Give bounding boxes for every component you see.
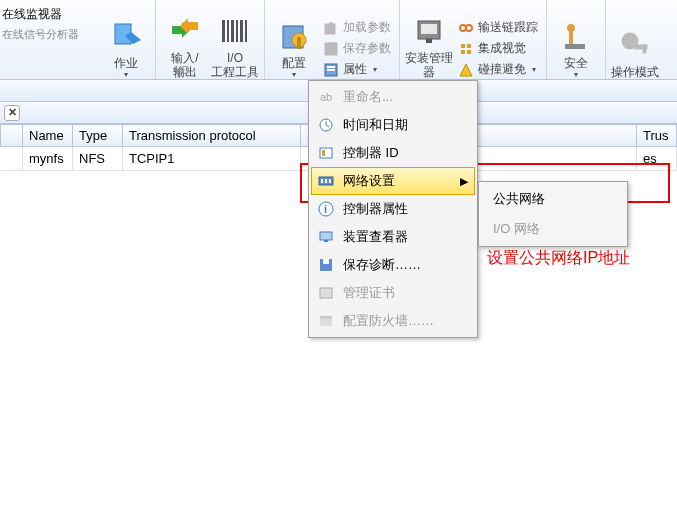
- menu-mgmt-cert[interactable]: 管理证书: [311, 279, 475, 307]
- op-mode-label: 操作模式: [611, 65, 659, 79]
- submenu-io-network[interactable]: I/O 网络: [481, 214, 625, 244]
- int-vision-button[interactable]: 集成视觉: [454, 39, 542, 58]
- save-params-button[interactable]: 保存参数: [319, 39, 395, 58]
- svg-rect-5: [227, 20, 229, 42]
- load-params-button[interactable]: 加载参数: [319, 18, 395, 37]
- save-icon: [323, 41, 339, 57]
- svg-rect-26: [467, 44, 471, 48]
- io-tools-button[interactable]: I/O 工程工具: [210, 9, 260, 79]
- svg-rect-35: [643, 45, 646, 53]
- rename-icon: ab: [317, 88, 335, 106]
- collision-icon: [458, 62, 474, 78]
- svg-rect-8: [240, 20, 243, 42]
- menu-datetime[interactable]: 时间和日期: [311, 111, 475, 139]
- ribbon-groups: 作业 ▾ 输入/ 输出 I/O 工程工具 I/O: [97, 0, 664, 79]
- load-icon: [323, 20, 339, 36]
- job-icon: [111, 20, 141, 54]
- svg-rect-21: [421, 24, 437, 34]
- io-group-footer: I/O: [175, 64, 190, 76]
- install-icon: [414, 15, 444, 49]
- svg-rect-32: [565, 44, 585, 49]
- svg-rect-38: [320, 148, 332, 158]
- vision-icon: [458, 41, 474, 57]
- security-label: 安全: [564, 56, 588, 70]
- svg-rect-52: [320, 316, 332, 319]
- info-icon: i: [317, 200, 335, 218]
- svg-rect-49: [323, 259, 329, 264]
- job-button[interactable]: 作业 ▾: [101, 14, 151, 79]
- config-icon: [279, 20, 309, 54]
- ribbon: 在线监视器 在线信号分析器 作业 ▾ 输入/ 输出: [0, 0, 677, 80]
- col-proto[interactable]: Transmission protocol: [123, 125, 301, 147]
- install-mgr-label: 安装管理器: [404, 51, 454, 79]
- svg-text:i: i: [324, 203, 327, 215]
- context-menu: ab 重命名... 时间和日期 控制器 ID 网络设置 ▶ i 控制器属性 装置…: [308, 80, 478, 338]
- svg-rect-18: [327, 66, 335, 68]
- link-trace-button[interactable]: 输送链跟踪: [454, 18, 542, 37]
- network-icon: [317, 172, 335, 190]
- svg-rect-6: [231, 20, 234, 42]
- col-name[interactable]: Name: [23, 125, 73, 147]
- barcode-icon: [220, 15, 250, 49]
- cell-name: mynfs: [23, 147, 73, 171]
- svg-rect-28: [467, 50, 471, 54]
- menu-rename[interactable]: ab 重命名...: [311, 83, 475, 111]
- cell-type: NFS: [73, 147, 123, 171]
- svg-rect-39: [322, 150, 325, 156]
- coll-avoid-button[interactable]: 碰撞避免 ▾: [454, 60, 542, 79]
- config-label: 配置: [282, 56, 306, 70]
- svg-rect-42: [325, 179, 327, 183]
- clock-icon: [317, 116, 335, 134]
- security-button[interactable]: 安全 ▾: [551, 14, 601, 79]
- props-label: 属性: [343, 61, 367, 78]
- job-label: 作业: [114, 56, 138, 70]
- svg-rect-7: [236, 20, 238, 42]
- annotation-text: 设置公共网络IP地址: [487, 248, 630, 269]
- svg-rect-47: [324, 240, 328, 242]
- id-icon: [317, 144, 335, 162]
- save-diag-icon: [317, 256, 335, 274]
- int-vision-label: 集成视觉: [478, 40, 526, 57]
- col-star[interactable]: [1, 125, 23, 147]
- svg-rect-4: [222, 20, 225, 42]
- menu-network-settings[interactable]: 网络设置 ▶: [311, 167, 475, 195]
- svg-text:ab: ab: [320, 91, 332, 103]
- coll-avoid-label: 碰撞避免: [478, 61, 526, 78]
- menu-ctrl-attr[interactable]: i 控制器属性: [311, 195, 475, 223]
- device-icon: [317, 228, 335, 246]
- cell-proto: TCPIP1: [123, 147, 301, 171]
- tab-close-button[interactable]: ✕: [4, 105, 20, 121]
- menu-save-diag[interactable]: 保存诊断……: [311, 251, 475, 279]
- io-arrows-icon: [170, 15, 200, 49]
- svg-rect-27: [461, 50, 465, 54]
- svg-rect-31: [569, 30, 573, 44]
- op-mode-button[interactable]: 操作模式: [610, 23, 660, 79]
- submenu-arrow-icon: ▶: [460, 175, 468, 188]
- left-pane-sub[interactable]: 在线信号分析器: [2, 25, 95, 44]
- svg-rect-16: [328, 43, 334, 48]
- key-icon: [620, 29, 650, 63]
- link-icon: [458, 20, 474, 36]
- svg-rect-46: [320, 232, 332, 240]
- left-pane: 在线监视器 在线信号分析器: [0, 0, 97, 79]
- col-trust[interactable]: Trus: [637, 125, 677, 147]
- svg-marker-29: [460, 64, 472, 76]
- svg-rect-43: [329, 179, 331, 183]
- svg-rect-19: [327, 69, 335, 71]
- config-button[interactable]: 配置 ▾: [269, 14, 319, 79]
- submenu-public-network[interactable]: 公共网络: [481, 184, 625, 214]
- props-button[interactable]: 属性 ▾: [319, 60, 395, 79]
- left-pane-title[interactable]: 在线监视器: [2, 4, 95, 25]
- menu-device-viewer[interactable]: 装置查看器: [311, 223, 475, 251]
- col-type[interactable]: Type: [73, 125, 123, 147]
- menu-ctrl-id[interactable]: 控制器 ID: [311, 139, 475, 167]
- firewall-icon: [317, 312, 335, 330]
- cell-trust: es: [637, 147, 677, 171]
- save-params-label: 保存参数: [343, 40, 391, 57]
- install-mgr-button[interactable]: 安装管理器: [404, 9, 454, 79]
- menu-firewall[interactable]: 配置防火墙……: [311, 307, 475, 335]
- svg-rect-9: [245, 20, 247, 42]
- svg-rect-41: [321, 179, 323, 183]
- props-icon: [323, 62, 339, 78]
- io-tools-label: I/O 工程工具: [211, 51, 259, 79]
